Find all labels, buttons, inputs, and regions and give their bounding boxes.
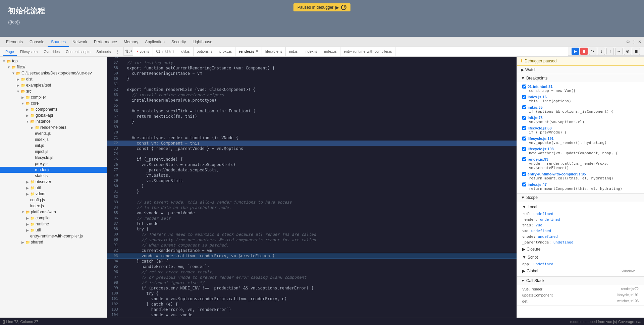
collapse-pane-icon[interactable]: ⇄ <box>129 49 132 54</box>
breakpoint-checkbox[interactable] <box>522 157 526 161</box>
watch-title[interactable]: ▶ Watch <box>517 66 644 74</box>
tree-item[interactable]: events.js <box>0 130 107 137</box>
file-tab-entry[interactable]: entry-runtime-with-compiler.js <box>340 47 396 56</box>
breakpoints-title[interactable]: ▼ Breakpoints <box>517 74 644 82</box>
code-line[interactable]: 59 currentRenderingInstance = vm <box>107 71 517 76</box>
sub-tab-snippets[interactable]: Snippets <box>94 48 113 56</box>
step-into-btn[interactable]: ↓ <box>598 48 605 55</box>
code-line[interactable]: 93 vnode = render.call(vm._renderProxy, … <box>107 253 517 259</box>
tree-item[interactable]: init.js <box>0 143 107 149</box>
file-tab-index1[interactable]: index.js <box>301 47 321 56</box>
breakpoint-checkbox[interactable] <box>522 105 526 109</box>
call-stack-item[interactable]: updateComponentlifecycle.js:191 <box>522 292 639 298</box>
code-line[interactable]: 89 // There's no need to maintain a stac… <box>107 232 517 237</box>
tree-item[interactable]: ▶📁 util <box>0 185 107 191</box>
code-line[interactable]: 60 } <box>107 76 517 82</box>
file-tab-vue[interactable]: ●vue.js <box>133 47 153 56</box>
dont-pause-btn[interactable]: ⏹ <box>633 48 640 55</box>
code-line[interactable]: 98 /* istanbul ignore else */ <box>107 280 517 285</box>
code-line[interactable]: 82 <box>107 194 517 200</box>
code-line[interactable]: 92 currentRenderingInstance = vm <box>107 248 517 253</box>
tree-item[interactable]: ▶📁 compiler <box>0 215 107 221</box>
file-tab-render[interactable]: render.js ✕ <box>235 47 262 56</box>
tree-item[interactable]: ▶📁 util <box>0 227 107 233</box>
code-line[interactable]: 68 } <box>107 119 517 124</box>
code-line[interactable]: 95 handleError(e, vm, `render`) <box>107 264 517 269</box>
tree-item[interactable]: ▶📁 shared <box>0 239 107 245</box>
tree-item[interactable]: ▶📁 observer <box>0 179 107 185</box>
play-icon[interactable]: ▶ <box>335 5 339 10</box>
tree-item[interactable]: ▼📂 top <box>0 58 107 64</box>
code-line[interactable]: 69 <box>107 124 517 130</box>
tab-lighthouse[interactable]: Lighthouse <box>189 37 216 47</box>
code-line[interactable]: 79 vm.$scopedSlots <box>107 178 517 183</box>
tab-elements[interactable]: Elements <box>3 37 26 47</box>
code-line[interactable]: 65 <box>107 103 517 108</box>
resume-btn[interactable]: ▶ <box>572 48 579 55</box>
file-tab-options[interactable]: options.js <box>194 47 216 56</box>
code-line[interactable]: 99 if (process.env.NODE_ENV !== 'product… <box>107 285 517 291</box>
code-line[interactable]: 61 <box>107 82 517 87</box>
code-line[interactable]: 84 // to the data on the placeholder nod… <box>107 205 517 210</box>
closure-title[interactable]: ▶Closure <box>522 245 639 253</box>
step-btn[interactable]: → <box>615 48 623 55</box>
code-line[interactable]: 91 // when parent component is patched. <box>107 242 517 248</box>
code-line[interactable]: 67 return nextTick(fn, this) <box>107 114 517 119</box>
code-line[interactable]: 57 // for testing only <box>107 60 517 65</box>
code-line[interactable]: 101 vnode = vm.$options.renderError.call… <box>107 296 517 302</box>
step-icon[interactable]: ↺ <box>341 5 346 10</box>
tree-item[interactable]: ▶📁 examples/test <box>0 82 107 88</box>
code-line[interactable]: 102 } catch (e) { <box>107 302 517 307</box>
code-line[interactable]: 90 // separately from one another. Neste… <box>107 237 517 242</box>
code-line[interactable]: 72 const vm: Component = this <box>107 141 517 146</box>
deactivate-btn[interactable]: ⊘ <box>624 48 631 55</box>
tree-item[interactable]: ▶📁 render-helpers <box>0 124 107 130</box>
breakpoint-checkbox[interactable] <box>522 126 526 130</box>
tree-item[interactable]: render.js <box>0 167 107 173</box>
tree-item[interactable]: ▼📂 C:/Users/danke/Desktop/demo/vue-dev <box>0 70 107 76</box>
code-line[interactable]: 97 // or previous vnode to prevent rende… <box>107 275 517 280</box>
code-line[interactable]: 100 try { <box>107 291 517 296</box>
tab-performance[interactable]: Performance <box>91 37 120 47</box>
breakpoint-checkbox[interactable] <box>522 85 526 89</box>
tree-item[interactable]: ▼📂 file:// <box>0 64 107 70</box>
tree-item[interactable]: state.js <box>0 173 107 179</box>
code-line[interactable]: 74 <box>107 151 517 157</box>
code-line[interactable]: 81 } <box>107 189 517 194</box>
tree-item[interactable]: ▼📂 instance <box>0 118 107 124</box>
tree-item[interactable]: ▼📂 core <box>0 100 107 106</box>
file-tab-lifecycle[interactable]: lifecycle.js <box>262 47 286 56</box>
tab-memory[interactable]: Memory <box>120 37 142 47</box>
tree-item[interactable]: config.js <box>0 197 107 203</box>
breakpoint-checkbox[interactable] <box>522 182 526 186</box>
tree-item[interactable]: ▶📁 dist <box>0 76 107 82</box>
code-line[interactable]: 77 _parentVnode.data.scopedSlots, <box>107 167 517 173</box>
tab-console[interactable]: Console <box>26 37 48 47</box>
breakpoint-checkbox[interactable] <box>522 147 526 151</box>
tree-item[interactable]: ▶📁 compiler <box>0 94 107 100</box>
call-stack-title[interactable]: ▼ Call Stack <box>517 277 644 285</box>
expand-pane-icon[interactable]: ⇅ <box>125 49 128 54</box>
local-title[interactable]: ▼Local <box>522 203 639 211</box>
code-line[interactable]: 63 // install runtime convenience helper… <box>107 92 517 98</box>
sub-tab-page[interactable]: Page <box>3 48 17 56</box>
tab-security[interactable]: Security <box>168 37 189 47</box>
file-tab-01init[interactable]: 01-init.html <box>153 47 178 56</box>
tree-item[interactable]: ▶📁 runtime <box>0 221 107 227</box>
settings-icon[interactable]: ⚙ <box>626 40 630 44</box>
code-line[interactable]: 80 ) <box>107 183 517 189</box>
tree-item[interactable]: entry-runtime-with-compiler.js <box>0 233 107 239</box>
more-icon[interactable]: ⋮ <box>632 40 636 44</box>
code-line[interactable]: 104 vnode = vm._vnode <box>107 312 517 318</box>
scope-title[interactable]: ▼ Scope <box>517 194 644 202</box>
more-tabs-icon[interactable]: ⋮ <box>114 49 121 54</box>
tree-item[interactable]: ▶📁 global-api <box>0 112 107 118</box>
tree-item[interactable]: index.js <box>0 137 107 143</box>
tab-network[interactable]: Network <box>69 37 91 47</box>
tree-item[interactable]: proxy.js <box>0 161 107 167</box>
breakpoint-checkbox[interactable] <box>522 137 526 141</box>
tree-item[interactable]: ▶📁 vdom <box>0 191 107 197</box>
step-over-btn[interactable]: ↷ <box>589 48 596 55</box>
tab-sources[interactable]: Sources <box>48 37 69 47</box>
call-stack-item[interactable]: getwatcher.js:106 <box>522 298 639 304</box>
